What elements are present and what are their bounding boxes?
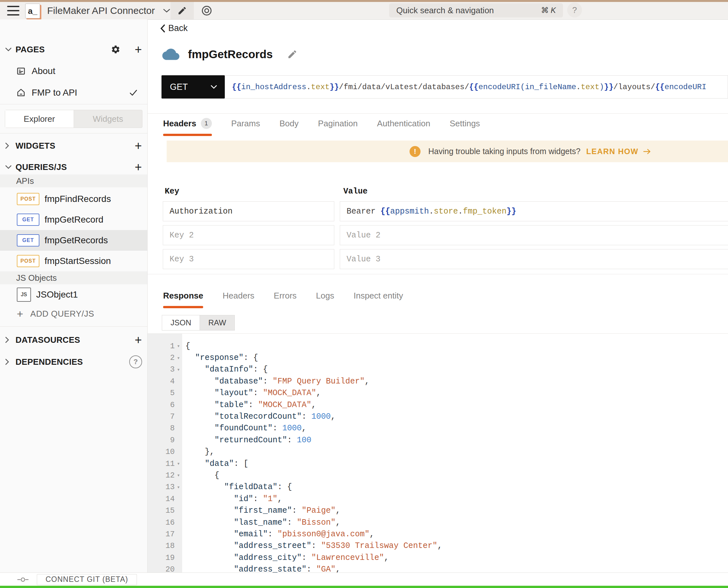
header-value-input-3[interactable]: Value 3: [340, 249, 728, 269]
tab-errors[interactable]: Errors: [274, 289, 297, 308]
fold-arrow-icon[interactable]: ▾: [175, 366, 182, 373]
tab-inspect-entity[interactable]: Inspect entity: [354, 289, 403, 308]
line-number: 15: [148, 506, 175, 515]
js-objects-list: JSJSObject1: [0, 284, 147, 305]
fold-arrow-icon[interactable]: ▾: [175, 460, 182, 467]
response-json-viewer[interactable]: 1▾{2▾"response": {3▾"dataInfo": {4"datab…: [148, 334, 728, 572]
check-icon: [129, 89, 137, 96]
method-dropdown[interactable]: GET: [162, 75, 225, 99]
tab-label: Headers: [163, 119, 196, 129]
value-token: .: [429, 207, 434, 216]
code-text: "email": "pbisson0@java.com",: [182, 529, 374, 539]
back-button[interactable]: Back: [160, 23, 188, 33]
add-datasource-button[interactable]: +: [132, 332, 144, 348]
code-text: "fieldData": {: [182, 482, 292, 492]
header-value-input-1[interactable]: Bearer {{appsmith.store.fmp_token}}: [340, 201, 728, 221]
hamburger-menu-button[interactable]: [7, 6, 19, 16]
query-item-fmpGetRecords[interactable]: GETfmpGetRecords: [0, 230, 147, 251]
code-token: :: [306, 565, 316, 572]
header-value-input-2[interactable]: Value 2: [340, 225, 728, 245]
line-number: 3: [148, 365, 175, 374]
query-item-fmpFindRecords[interactable]: POSTfmpFindRecords: [0, 189, 147, 209]
code-token: {: [214, 471, 219, 480]
pages-section-header[interactable]: PAGES +: [0, 42, 147, 57]
line-number: 10: [148, 447, 175, 456]
dependencies-section-header[interactable]: DEPENDENCIES ?: [0, 354, 147, 370]
fold-arrow-icon[interactable]: ▾: [175, 472, 182, 479]
js-badge: JS: [17, 288, 31, 302]
app-title-menu[interactable]: FileMaker API Connector: [47, 2, 170, 19]
url-token: {{: [469, 83, 479, 91]
page-label: FMP to API: [31, 87, 77, 98]
dependencies-help-button[interactable]: ?: [129, 354, 143, 370]
queries-header-label: QUERIES/JS: [16, 162, 67, 172]
add-widget-button[interactable]: +: [132, 138, 144, 153]
help-button[interactable]: ?: [567, 3, 582, 18]
learn-how-link[interactable]: LEARN HOW: [586, 147, 638, 156]
connect-git-button[interactable]: CONNECT GIT (BETA): [37, 574, 137, 585]
datasources-section-header[interactable]: DATASOURCES +: [0, 332, 147, 348]
tab-settings[interactable]: Settings: [450, 117, 480, 136]
header-row-2: Key 2Value 2: [163, 225, 728, 245]
fold-arrow-icon[interactable]: ▾: [175, 343, 182, 349]
fold-arrow-icon[interactable]: ▾: [175, 355, 182, 361]
format-raw[interactable]: RAW: [199, 315, 235, 331]
code-line-4: 4"database": "FMP Query Builder",: [148, 375, 728, 387]
query-item-fmpStartSession[interactable]: POSTfmpStartSession: [0, 251, 147, 271]
tab-logs[interactable]: Logs: [316, 289, 334, 308]
header-key-input-1[interactable]: Authorization: [163, 201, 334, 221]
code-token: :: [302, 553, 312, 563]
query-item-fmpGetRecord[interactable]: GETfmpGetRecord: [0, 209, 147, 230]
js-object-item-jsobject1[interactable]: JSJSObject1: [0, 284, 147, 305]
queries-section-header[interactable]: QUERIES/JS +: [0, 160, 147, 174]
code-token: :: [253, 494, 263, 504]
code-token: :: [287, 436, 297, 445]
line-number: 6: [148, 401, 175, 410]
pages-settings-button[interactable]: [110, 42, 122, 57]
tab-pagination[interactable]: Pagination: [318, 117, 358, 136]
code-token: ,: [336, 506, 340, 515]
tab-authentication[interactable]: Authentication: [377, 117, 430, 136]
code-token: :: [292, 506, 302, 515]
apis-group-row: APIs: [0, 174, 147, 187]
code-token: ,: [365, 377, 369, 386]
widgets-section-header[interactable]: WIDGETS +: [0, 138, 147, 153]
tab-headers[interactable]: Headers: [222, 289, 254, 308]
active-tab-underline: [318, 134, 358, 136]
add-query-js-button[interactable]: + ADD QUERY/JS: [0, 306, 147, 321]
add-page-button[interactable]: +: [132, 42, 144, 57]
code-token: "address_city": [234, 553, 302, 563]
code-line-13: 13▾"fieldData": {: [148, 481, 728, 493]
view-mode-button[interactable]: [196, 2, 217, 19]
tab-label: Pagination: [318, 119, 358, 129]
tab-widgets[interactable]: Widgets: [74, 110, 143, 128]
value-placeholder: Value 2: [346, 231, 381, 240]
url-input[interactable]: {{in_hostAddress.text}}/fmi/data/vLatest…: [225, 75, 728, 99]
sidebar: PAGES + AboutFMP to API Explorer Widgets…: [0, 19, 148, 572]
code-text: "last_name": "Bisson",: [182, 518, 340, 527]
code-line-1: 1▾{: [148, 340, 728, 352]
tab-body[interactable]: Body: [279, 117, 298, 136]
line-number: 18: [148, 542, 175, 550]
edit-mode-button[interactable]: [171, 2, 194, 19]
widgets-header-label: WIDGETS: [16, 141, 55, 151]
tab-headers[interactable]: Headers1: [163, 117, 212, 136]
add-query-plus-button[interactable]: +: [132, 160, 144, 174]
code-token: "layout": [214, 388, 253, 398]
cloud-icon: [162, 47, 180, 61]
tab-response[interactable]: Response: [163, 289, 203, 308]
active-tab-underline: [163, 306, 203, 308]
format-json[interactable]: JSON: [162, 315, 199, 331]
header-key-input-2[interactable]: Key 2: [163, 225, 334, 245]
rename-query-button[interactable]: [287, 49, 298, 60]
fold-arrow-icon[interactable]: ▾: [175, 484, 182, 490]
header-key-input-3[interactable]: Key 3: [163, 249, 334, 269]
code-line-11: 11▾"data": [: [148, 458, 728, 469]
quick-search-input[interactable]: Quick search & navigation ⌘K: [389, 3, 563, 18]
tab-explorer[interactable]: Explorer: [5, 110, 74, 128]
sidebar-page-fmp-to-api[interactable]: FMP to API: [0, 82, 147, 103]
app-logo[interactable]: a_: [25, 3, 40, 18]
sidebar-page-about[interactable]: About: [0, 60, 147, 82]
tab-params[interactable]: Params: [231, 117, 260, 136]
dependencies-header-label: DEPENDENCIES: [16, 357, 83, 367]
